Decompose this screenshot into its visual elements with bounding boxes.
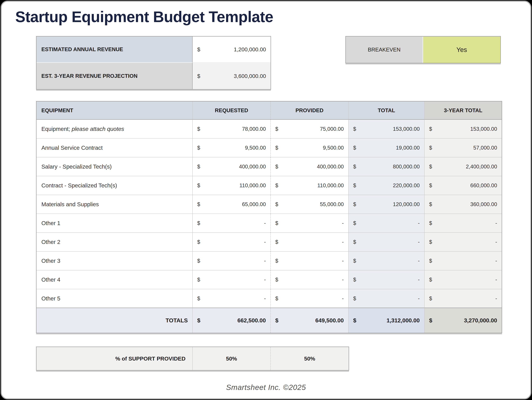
- total-cell: $19,000.00: [348, 139, 424, 157]
- amount: -: [418, 258, 420, 264]
- page-frame: Startup Equipment Budget Template ESTIMA…: [1, 1, 531, 399]
- currency-symbol: $: [275, 239, 278, 245]
- requested-cell: $-: [193, 233, 271, 252]
- amount: 65,000.00: [242, 201, 266, 207]
- total-cell: $153,000.00: [348, 120, 424, 139]
- amount: -: [342, 220, 344, 226]
- currency-symbol: $: [197, 295, 200, 302]
- equipment-label: Annual Service Contract: [37, 139, 193, 157]
- three-year-total-cell: $-: [424, 233, 502, 252]
- currency-symbol: $: [429, 220, 432, 226]
- amount: 1,312,000.00: [386, 317, 420, 324]
- breakeven-label: BREAKEVEN: [346, 37, 423, 63]
- amount: -: [418, 239, 420, 245]
- currency-symbol: $: [429, 201, 432, 207]
- equipment-label-text: Salary - Specialized Tech(s): [41, 163, 112, 170]
- equipment-label: Equipment; please attach quotes: [37, 120, 193, 139]
- amount: 120,000.00: [393, 201, 420, 207]
- equipment-label-text: Equipment;: [41, 126, 70, 132]
- currency-symbol: $: [429, 258, 432, 264]
- column-header-equipment: EQUIPMENT: [37, 102, 193, 120]
- total-cell: $-: [348, 271, 424, 289]
- currency-symbol: $: [275, 164, 278, 170]
- currency-symbol: $: [429, 145, 432, 151]
- breakeven-status: Yes: [423, 37, 500, 63]
- amount: -: [495, 295, 497, 302]
- provided-cell: $400,000.00: [271, 157, 348, 176]
- amount: 110,000.00: [239, 182, 266, 188]
- currency-symbol: $: [275, 126, 278, 132]
- equipment-label-text: Other 3: [41, 258, 60, 264]
- amount: 649,500.00: [315, 317, 344, 324]
- budget-table: EQUIPMENT REQUESTED PROVIDED TOTAL 3-YEA…: [36, 101, 502, 333]
- amount: 57,000.00: [473, 145, 497, 151]
- amount: 400,000.00: [239, 164, 266, 170]
- amount: -: [264, 239, 266, 245]
- amount: -: [342, 239, 344, 245]
- requested-cell: $110,000.00: [193, 176, 271, 195]
- currency-symbol: $: [353, 201, 356, 207]
- amount: 660,000.00: [470, 182, 497, 188]
- page-title: Startup Equipment Budget Template: [15, 8, 273, 26]
- equipment-label-text: Annual Service Contract: [41, 145, 102, 151]
- currency-symbol: $: [429, 277, 432, 283]
- column-header-requested: REQUESTED: [193, 102, 271, 120]
- currency-symbol: $: [197, 317, 200, 324]
- amount: -: [342, 277, 344, 283]
- summary-amount: 3,600,000.00: [234, 73, 266, 79]
- amount: 800,000.00: [393, 164, 420, 170]
- requested-cell: $-: [193, 289, 271, 308]
- amount: 662,500.00: [237, 317, 266, 324]
- equipment-label: Other 2: [37, 233, 193, 252]
- equipment-label: Salary - Specialized Tech(s): [37, 157, 193, 176]
- equipment-label-text: Materials and Supplies: [41, 201, 99, 207]
- amount: -: [495, 277, 497, 283]
- amount: -: [418, 220, 420, 226]
- currency-symbol: $: [197, 164, 200, 170]
- amount: -: [264, 277, 266, 283]
- amount: -: [418, 277, 420, 283]
- currency-symbol: $: [197, 182, 200, 188]
- provided-cell: $110,000.00: [271, 176, 348, 195]
- support-requested-value: 50%: [193, 347, 271, 370]
- amount: 3,270,000.00: [464, 317, 497, 324]
- requested-cell: $400,000.00: [193, 157, 271, 176]
- equipment-label-note: please attach quotes: [72, 126, 124, 132]
- provided-cell: $75,000.00: [271, 120, 348, 139]
- currency-symbol: $: [275, 182, 278, 188]
- total-cell: $800,000.00: [348, 157, 424, 176]
- three-year-total-cell: $57,000.00: [424, 139, 502, 157]
- equipment-label-text: Other 2: [41, 239, 60, 245]
- amount: -: [264, 295, 266, 302]
- provided-cell: $9,500.00: [271, 139, 348, 157]
- totals-three-year-cell: $3,270,000.00: [424, 308, 502, 333]
- currency-symbol: $: [197, 220, 200, 226]
- currency-symbol: $: [353, 295, 356, 302]
- currency-symbol: $: [197, 277, 200, 283]
- total-cell: $-: [348, 289, 424, 308]
- currency-symbol: $: [429, 164, 432, 170]
- amount: -: [264, 258, 266, 264]
- provided-cell: $-: [271, 233, 348, 252]
- requested-cell: $-: [193, 271, 271, 289]
- three-year-total-cell: $-: [424, 289, 502, 308]
- amount: 78,000.00: [242, 126, 266, 132]
- column-header-provided: PROVIDED: [271, 102, 348, 120]
- amount: 19,000.00: [396, 145, 420, 151]
- amount: 9,500.00: [323, 145, 344, 151]
- currency-symbol: $: [197, 201, 200, 207]
- equipment-label: Other 1: [37, 214, 193, 233]
- provided-cell: $-: [271, 252, 348, 271]
- summary-label: ESTIMATED ANNUAL REVENUE: [37, 37, 193, 63]
- currency-symbol: $: [429, 126, 432, 132]
- support-table: % of SUPPORT PROVIDED 50% 50%: [36, 347, 349, 371]
- equipment-label-text: Other 5: [41, 295, 60, 302]
- three-year-total-cell: $-: [424, 214, 502, 233]
- summary-value-cell: $ 1,200,000.00: [193, 37, 271, 63]
- summary-label: EST. 3-YEAR REVENUE PROJECTION: [37, 63, 193, 89]
- totals-total-cell: $1,312,000.00: [348, 308, 424, 333]
- totals-provided-cell: $649,500.00: [271, 308, 348, 333]
- amount: -: [495, 258, 497, 264]
- currency-symbol: $: [275, 295, 278, 302]
- support-provided-value: 50%: [271, 347, 348, 370]
